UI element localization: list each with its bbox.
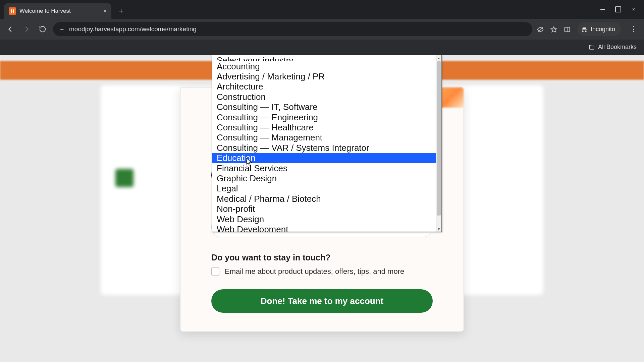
done-button[interactable]: Done! Take me to my account: [211, 289, 433, 313]
url-text: moodjoy.harvestapp.com/welcome/marketing: [69, 25, 197, 33]
bookmarks-bar: All Bookmarks: [0, 40, 644, 55]
industry-option[interactable]: Consulting — Management: [212, 133, 436, 143]
industry-option[interactable]: Consulting — IT, Software: [212, 102, 436, 112]
industry-option[interactable]: Consulting — Healthcare: [212, 122, 436, 132]
window-minimize-icon[interactable]: [600, 6, 606, 12]
tab-favicon: H: [9, 7, 16, 15]
industry-option[interactable]: Education: [212, 153, 436, 163]
window-maximize-icon[interactable]: [615, 6, 621, 12]
tab-title: Welcome to Harvest: [19, 8, 71, 14]
nav-reload-button[interactable]: [37, 23, 48, 35]
incognito-icon: [581, 26, 587, 33]
folder-icon: [589, 44, 595, 51]
page-viewport: Select your industry... How did you hear…: [0, 55, 644, 362]
window-controls: ×: [600, 0, 644, 19]
industry-option[interactable]: Legal: [212, 184, 436, 194]
scroll-down-icon[interactable]: ▼: [436, 226, 441, 232]
industry-option[interactable]: Consulting — VAR / Systems Integrator: [212, 143, 436, 153]
browser-menu-icon[interactable]: ⋮: [628, 25, 639, 34]
stay-in-touch-label: Do you want to stay in touch?: [211, 253, 433, 262]
industry-option[interactable]: Advertising / Marketing / PR: [212, 71, 436, 81]
industry-option[interactable]: Accounting: [212, 61, 436, 71]
nav-forward-button[interactable]: [21, 23, 32, 35]
address-bar[interactable]: moodjoy.harvestapp.com/welcome/marketing: [53, 22, 532, 36]
email-updates-label: Email me about product updates, offers, …: [225, 267, 404, 276]
industry-option[interactable]: Medical / Pharma / Biotech: [212, 194, 436, 204]
svg-rect-6: [565, 27, 570, 32]
industry-option[interactable]: Financial Services: [212, 163, 436, 173]
industry-option[interactable]: Web Development: [212, 224, 436, 232]
incognito-badge[interactable]: Incognito: [577, 22, 621, 36]
side-panel-icon[interactable]: [564, 25, 571, 33]
site-info-icon[interactable]: [59, 26, 64, 32]
industry-option[interactable]: Construction: [212, 92, 436, 102]
industry-option[interactable]: Web Design: [212, 214, 436, 224]
scroll-up-icon[interactable]: ▲: [436, 55, 441, 61]
svg-point-0: [60, 29, 61, 30]
browser-tab[interactable]: H Welcome to Harvest ×: [4, 3, 111, 19]
bookmark-star-icon[interactable]: [550, 25, 557, 33]
industry-option[interactable]: Consulting — Engineering: [212, 112, 436, 122]
nav-back-button[interactable]: [5, 23, 16, 35]
industry-dropdown-list[interactable]: Select your industry...AccountingAdverti…: [212, 55, 442, 232]
scrollbar-thumb[interactable]: [437, 61, 441, 216]
industry-option[interactable]: Non-profit: [212, 204, 436, 214]
all-bookmarks-button[interactable]: All Bookmarks: [598, 44, 637, 51]
incognito-label: Incognito: [591, 26, 615, 33]
dropdown-scrollbar[interactable]: ▲ ▼: [436, 55, 441, 232]
window-close-icon[interactable]: ×: [631, 6, 637, 12]
svg-marker-5: [551, 27, 557, 32]
browser-toolbar: moodjoy.harvestapp.com/welcome/marketing…: [0, 19, 644, 40]
browser-tab-strip: H Welcome to Harvest × + ×: [0, 0, 644, 19]
industry-option[interactable]: Architecture: [212, 82, 436, 92]
email-updates-checkbox[interactable]: [211, 267, 219, 276]
new-tab-button[interactable]: +: [115, 5, 127, 17]
tab-close-icon[interactable]: ×: [103, 8, 107, 15]
industry-option[interactable]: Select your industry...: [212, 55, 436, 61]
industry-option[interactable]: Graphic Design: [212, 173, 436, 183]
eye-off-icon[interactable]: [537, 25, 544, 33]
